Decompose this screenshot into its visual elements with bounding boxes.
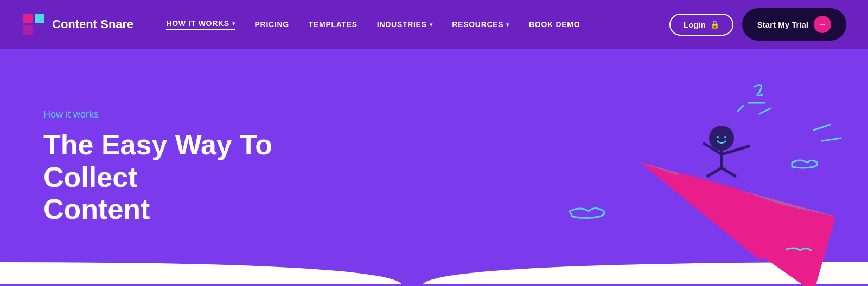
logo-icon	[22, 12, 46, 36]
hero-section: How it works The Easy Way To Collect Con…	[0, 49, 868, 286]
hero-illustration	[488, 49, 868, 286]
arrow-right-icon: →	[814, 16, 831, 33]
svg-rect-0	[23, 14, 33, 23]
svg-rect-1	[23, 25, 33, 35]
svg-line-17	[708, 168, 722, 176]
hero-subtitle: How it works	[43, 109, 336, 120]
svg-line-23	[822, 138, 841, 141]
brand-name: Content Snare	[52, 17, 133, 31]
svg-point-11	[710, 126, 733, 150]
nav-pricing[interactable]: PRICING	[255, 20, 289, 29]
svg-line-21	[738, 106, 743, 111]
chevron-down-icon: ▾	[430, 22, 433, 28]
nav-templates[interactable]: TEMPLATES	[309, 20, 358, 29]
svg-rect-2	[35, 14, 44, 23]
start-trial-button[interactable]: Start My Trial →	[742, 8, 846, 41]
logo-link[interactable]: Content Snare	[22, 12, 133, 36]
chevron-down-icon: ▾	[232, 21, 235, 27]
nav-book-demo[interactable]: BOOK DEMO	[529, 20, 580, 29]
svg-point-12	[717, 136, 719, 138]
svg-point-13	[724, 136, 726, 138]
nav-industries[interactable]: INDUSTRIES ▾	[377, 20, 433, 29]
hero-title: The Easy Way To Collect Content	[43, 129, 336, 226]
nav-links: HOW IT WORKS ▾ PRICING TEMPLATES INDUSTR…	[166, 19, 669, 30]
login-button[interactable]: Login 🔒	[669, 14, 733, 36]
nav-actions: Login 🔒 Start My Trial →	[669, 8, 846, 41]
nav-how-it-works[interactable]: HOW IT WORKS ▾	[166, 19, 235, 30]
nav-resources[interactable]: RESOURCES ▾	[452, 20, 509, 29]
lock-icon: 🔒	[710, 20, 719, 29]
svg-line-18	[722, 168, 735, 176]
navbar: Content Snare HOW IT WORKS ▾ PRICING TEM…	[0, 0, 868, 49]
svg-line-22	[814, 125, 830, 130]
chevron-down-icon: ▾	[506, 22, 509, 28]
illustration-svg	[488, 54, 857, 286]
hero-content: How it works The Easy Way To Collect Con…	[0, 76, 380, 258]
svg-line-20	[760, 108, 770, 114]
